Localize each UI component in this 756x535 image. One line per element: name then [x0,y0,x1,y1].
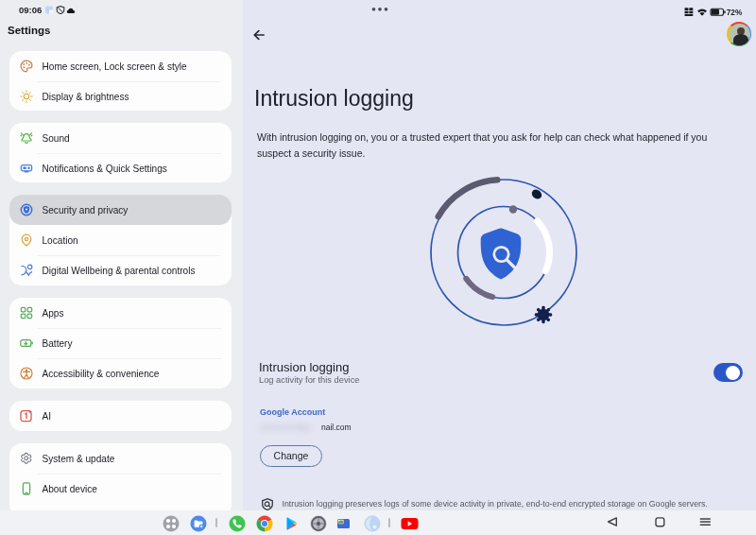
svg-text:72%: 72% [727,9,743,17]
